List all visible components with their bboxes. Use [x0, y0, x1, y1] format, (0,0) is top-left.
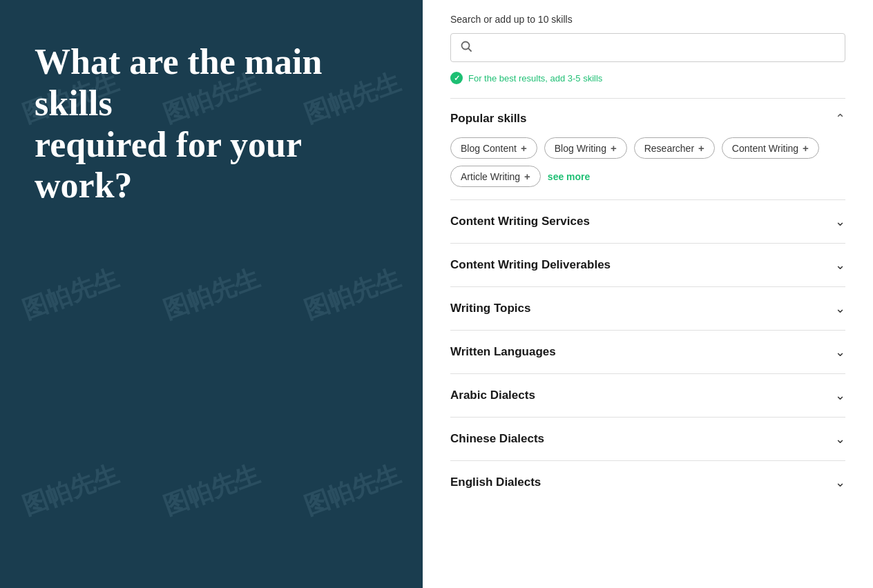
section-header-chinese-dialects[interactable]: Chinese Dialects ⌄: [450, 431, 845, 447]
popular-skills-header[interactable]: Popular skills ⌃: [450, 111, 845, 126]
section-header-arabic-dialects[interactable]: Arabic Dialects ⌄: [450, 388, 845, 403]
search-label: Search or add up to 10 skills: [450, 14, 845, 25]
skill-add-content-writing[interactable]: +: [803, 142, 809, 154]
section-title-content-writing-deliverables: Content Writing Deliverables: [450, 258, 611, 272]
section-header-content-writing-deliverables[interactable]: Content Writing Deliverables ⌄: [450, 257, 845, 273]
chevron-down-arabic-dialects: ⌄: [835, 388, 845, 403]
section-english-dialects: English Dialects ⌄: [450, 460, 845, 504]
skill-add-blog-writing[interactable]: +: [611, 142, 617, 154]
skills-list: Blog Content + Blog Writing + Researcher…: [450, 137, 845, 187]
section-content-writing-services: Content Writing Services ⌄: [450, 199, 845, 243]
skill-add-blog-content[interactable]: +: [521, 142, 527, 154]
popular-skills-chevron-up: ⌃: [835, 111, 845, 126]
skill-tag-blog-writing[interactable]: Blog Writing +: [544, 137, 627, 159]
skill-tag-content-writing[interactable]: Content Writing +: [722, 137, 819, 159]
skill-tag-researcher[interactable]: Researcher +: [634, 137, 715, 159]
skill-label-researcher: Researcher: [644, 143, 694, 154]
popular-skills-title: Popular skills: [450, 112, 527, 126]
skill-label-article-writing: Article Writing: [461, 171, 520, 182]
section-title-content-writing-services: Content Writing Services: [450, 215, 590, 228]
hint-check-icon: [450, 72, 463, 84]
left-panel: 图帕先生 图帕先生 图帕先生 图帕先生 图帕先生 图帕先生 图帕先生 图帕先生 …: [0, 0, 423, 588]
section-header-content-writing-services[interactable]: Content Writing Services ⌄: [450, 214, 845, 229]
section-header-written-languages[interactable]: Written Languages ⌄: [450, 344, 845, 360]
chevron-down-content-writing-deliverables: ⌄: [835, 257, 845, 273]
section-chinese-dialects: Chinese Dialects ⌄: [450, 417, 845, 460]
svg-line-1: [468, 48, 471, 51]
section-header-english-dialects[interactable]: English Dialects ⌄: [450, 475, 845, 490]
section-title-chinese-dialects: Chinese Dialects: [450, 432, 544, 446]
page-heading: What are the main skills required for yo…: [35, 41, 388, 206]
section-title-writing-topics: Writing Topics: [450, 302, 530, 315]
hint-text: For the best results, add 3-5 skills: [468, 73, 602, 84]
section-title-arabic-dialects: Arabic Dialects: [450, 389, 535, 402]
section-content-writing-deliverables: Content Writing Deliverables ⌄: [450, 243, 845, 286]
chevron-down-written-languages: ⌄: [835, 344, 845, 360]
section-written-languages: Written Languages ⌄: [450, 330, 845, 373]
chevron-down-writing-topics: ⌄: [835, 301, 845, 316]
chevron-down-chinese-dialects: ⌄: [835, 431, 845, 447]
skill-label-content-writing: Content Writing: [732, 143, 798, 154]
chevron-down-english-dialects: ⌄: [835, 475, 845, 490]
search-icon: [461, 41, 472, 55]
right-panel: Search or add up to 10 skills For the be…: [423, 0, 873, 588]
skill-add-article-writing[interactable]: +: [524, 170, 530, 182]
popular-skills-section: Popular skills ⌃ Blog Content + Blog Wri…: [450, 98, 845, 199]
skill-label-blog-content: Blog Content: [461, 143, 517, 154]
skill-tag-blog-content[interactable]: Blog Content +: [450, 137, 537, 159]
section-title-written-languages: Written Languages: [450, 345, 556, 359]
search-input[interactable]: [479, 42, 835, 54]
skill-tag-article-writing[interactable]: Article Writing +: [450, 166, 541, 187]
see-more-link[interactable]: see more: [548, 171, 590, 182]
skill-label-blog-writing: Blog Writing: [555, 143, 606, 154]
section-title-english-dialects: English Dialects: [450, 476, 541, 489]
skill-add-researcher[interactable]: +: [698, 142, 704, 154]
search-box[interactable]: [450, 33, 845, 62]
chevron-down-content-writing-services: ⌄: [835, 214, 845, 229]
hint-row: For the best results, add 3-5 skills: [450, 72, 845, 84]
section-arabic-dialects: Arabic Dialects ⌄: [450, 373, 845, 417]
section-header-writing-topics[interactable]: Writing Topics ⌄: [450, 301, 845, 316]
section-writing-topics: Writing Topics ⌄: [450, 286, 845, 330]
